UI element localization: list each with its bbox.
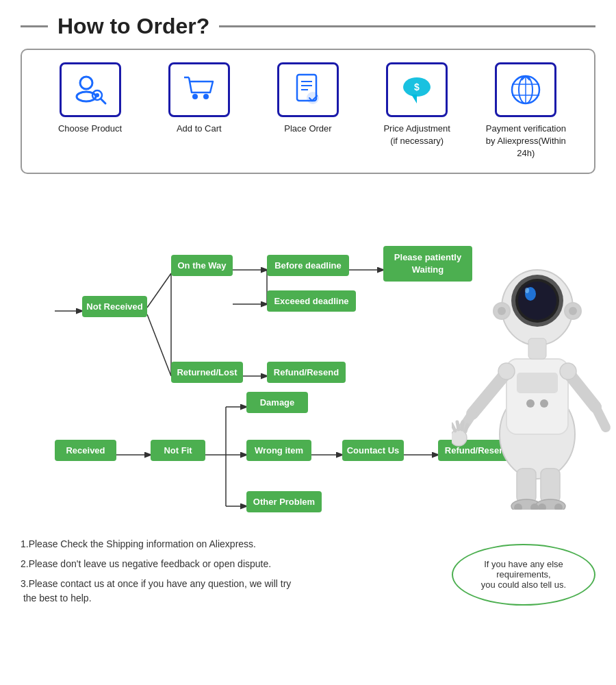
svg-point-41 [526,399,535,408]
user-search-icon [71,71,110,109]
svg-rect-53 [528,338,546,359]
speech-bubble: If you have any else requirements,you co… [452,544,595,606]
svg-line-54 [472,373,506,414]
node-damage: Damage [246,392,308,413]
svg-rect-63 [517,469,536,503]
svg-marker-14 [411,95,417,103]
svg-line-62 [595,407,606,427]
add-to-cart-label: Add to Cart [177,123,222,135]
step-add-to-cart: Add to Cart [151,62,247,135]
notes-section: 1.Please Check the Shipping information … [0,523,616,625]
node-before-deadline: Before deadline [267,255,349,276]
svg-line-58 [457,422,459,429]
svg-point-50 [498,307,506,315]
cart-icon [180,71,218,109]
node-on-the-way: On the Way [171,255,233,276]
node-not-received: Not Received [82,296,147,317]
globe-icon [506,71,545,109]
svg-point-0 [80,77,92,89]
svg-line-22 [147,314,171,376]
document-icon [289,71,327,109]
robot-illustration [452,201,616,510]
node-other-problem: Other Problem [246,491,322,512]
order-steps-container: Choose Product Add to Cart [21,49,595,174]
flow-section: Not Received On the Way Before deadline … [0,181,616,523]
choose-product-icon-box [60,62,121,117]
svg-point-52 [569,307,577,315]
svg-point-6 [192,94,198,99]
section-title: How to Order? [21,14,595,39]
how-to-order-section: How to Order? Choose Product [0,0,616,181]
notes-text-block: 1.Please Check the Shipping information … [21,537,438,611]
svg-text:$: $ [414,82,420,92]
price-adjustment-label: Price Adjustment(if necessary) [383,123,450,147]
svg-point-48 [525,288,529,293]
price-adjustment-icon-box: $ [386,62,448,117]
svg-line-60 [465,425,467,432]
step-choose-product: Choose Product [42,62,138,135]
svg-point-71 [498,363,515,379]
step-payment-verification: Payment verificationby Aliexpress(Within… [478,62,574,160]
svg-point-7 [203,94,209,99]
payment-verification-label: Payment verificationby Aliexpress(Within… [478,123,574,160]
node-received: Received [55,440,116,461]
node-contact-us: Countact Us [342,440,404,461]
svg-rect-64 [541,469,560,503]
svg-point-4 [95,93,99,97]
svg-line-57 [452,424,455,431]
svg-rect-40 [517,373,558,393]
place-order-icon-box [277,62,339,117]
note-line3: 3.Please contact us at once if you have … [21,577,438,606]
svg-point-46 [518,282,556,320]
speech-bubble-text: If you have any else requirements,you co… [463,559,585,590]
payment-verification-icon-box [495,62,556,117]
note-line1: 1.Please Check the Shipping information … [21,537,438,551]
choose-product-label: Choose Product [58,123,122,135]
svg-point-42 [540,399,548,408]
svg-line-3 [101,99,105,103]
node-not-fit: Not Fit [151,440,205,461]
step-place-order: Place Order [260,62,356,135]
title-text: How to Order? [57,14,209,39]
svg-point-72 [560,363,576,379]
node-returned-lost: Returned/Lost [171,362,243,383]
step-price-adjustment: $ Price Adjustment(if necessary) [369,62,465,147]
node-wrong-item: Wrong item [246,440,311,461]
chat-bubble-icon: $ [398,71,436,109]
add-to-cart-icon-box [168,62,230,117]
place-order-label: Place Order [284,123,331,135]
note-line2: 2.Please don't leave us negative feedbac… [21,557,438,571]
svg-line-21 [147,273,171,308]
node-exceed-deadline: Exceeed deadline [267,290,356,312]
robot-svg [452,201,616,510]
node-refund-resend1: Refund/Resend [267,362,346,383]
svg-line-59 [462,422,463,429]
svg-rect-39 [506,359,568,434]
